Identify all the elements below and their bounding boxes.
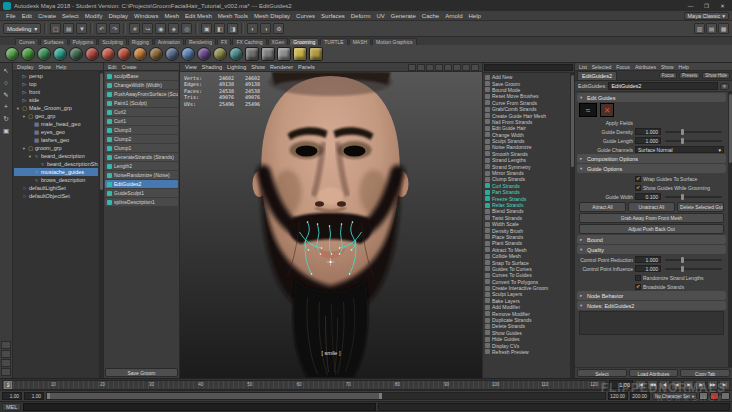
menu-surfaces[interactable]: Surfaces bbox=[318, 13, 348, 19]
grab-away-from-front-mesh-button[interactable]: Grab Away From Front Mesh bbox=[579, 213, 724, 223]
outliner-item-defaultobjectset[interactable]: ○defaultObjectSet bbox=[14, 192, 98, 200]
outliner-item-eyes-geo[interactable]: ▧eyes_geo bbox=[14, 128, 98, 136]
stack-item-generatestrands-strands[interactable]: GenerateStrands (Strands) bbox=[105, 153, 178, 161]
menu-edit-mesh[interactable]: Edit Mesh bbox=[182, 13, 215, 19]
shelf-tab-polygons[interactable]: Polygons bbox=[69, 38, 98, 45]
stack-item-sculptbase[interactable]: sculptBase bbox=[105, 72, 178, 80]
new-scene-icon[interactable]: ▢ bbox=[50, 23, 61, 34]
viewport-menu-shading[interactable]: Shading bbox=[200, 64, 224, 70]
stack-item-clump3[interactable]: Clump3 bbox=[105, 126, 178, 134]
groom-curl-brush-icon[interactable] bbox=[101, 47, 115, 61]
attr-value-field[interactable]: 0.100 bbox=[635, 193, 661, 200]
range-end-handle[interactable] bbox=[379, 393, 382, 399]
shelf-tab-rigging[interactable]: Rigging bbox=[128, 38, 153, 45]
playback-end-field[interactable]: 120.00 bbox=[608, 392, 628, 400]
shelf-tab-motion-graphics[interactable]: Motion Graphics bbox=[372, 38, 416, 45]
step-back-key-button[interactable]: ◀◀ bbox=[647, 380, 658, 390]
shelf-tab-fx[interactable]: FX bbox=[217, 38, 231, 45]
animation-start-field[interactable]: 1.00 bbox=[2, 392, 22, 400]
section-header-bound[interactable]: ▸Bound bbox=[577, 235, 726, 244]
menu-file[interactable]: File bbox=[3, 13, 19, 19]
scale-tool[interactable]: ▣ bbox=[1, 125, 12, 136]
lasso-tool[interactable]: ○ bbox=[1, 77, 12, 88]
stack-item-changewidth-width[interactable]: ChangeWidth (Width) bbox=[105, 81, 178, 89]
playback-start-field[interactable]: 1.00 bbox=[24, 392, 44, 400]
checkbox-wrap-guides-to-surface[interactable]: ✔ bbox=[635, 176, 641, 182]
range-slider-track[interactable] bbox=[46, 392, 606, 400]
outliner-item-side[interactable]: ▷side bbox=[14, 96, 98, 104]
shaded-icon[interactable] bbox=[417, 64, 425, 71]
section-header-guide-options[interactable]: ▾Guide Options bbox=[577, 164, 726, 173]
command-line-mode-button[interactable]: MEL bbox=[2, 403, 21, 411]
stack-item-clump1[interactable]: Clump1 bbox=[105, 144, 178, 152]
ae-show-hide-button[interactable]: Show Hide bbox=[702, 72, 730, 79]
section-header-quality[interactable]: ▾Quality bbox=[577, 245, 726, 254]
play-backwards-button[interactable]: ◀ bbox=[671, 380, 682, 390]
guide-preview-swatch[interactable] bbox=[579, 103, 597, 117]
ipr-render-icon[interactable]: ◑ bbox=[260, 23, 271, 34]
render-settings-icon[interactable]: ⚙ bbox=[273, 23, 284, 34]
undo-icon[interactable]: ↶ bbox=[96, 23, 107, 34]
outliner-item-brows-description[interactable]: ≈brows_description bbox=[14, 176, 98, 184]
outliner-item-lashes-geo[interactable]: ▧lashes_geo bbox=[14, 136, 98, 144]
menu-arnold[interactable]: Arnold bbox=[442, 13, 465, 19]
textured-icon[interactable] bbox=[426, 64, 434, 71]
ao-icon[interactable] bbox=[453, 64, 461, 71]
paint-select-tool[interactable]: ✎ bbox=[1, 89, 12, 100]
menu-generate[interactable]: Generate bbox=[388, 13, 419, 19]
go-to-end-button[interactable]: ▶| bbox=[719, 380, 730, 390]
ae-presets-button[interactable]: Presets bbox=[679, 72, 700, 79]
section-header-notes-editguides2[interactable]: ▾Notes: EditGuides2 bbox=[577, 301, 726, 310]
layout-outliner-pane[interactable] bbox=[1, 368, 11, 376]
outliner-item-male-groom-grp[interactable]: ▾▢Male_Groom_grp bbox=[14, 104, 98, 112]
time-slider-track[interactable]: 1 1102030405060708090100110120 bbox=[2, 380, 607, 390]
outliner-item-top[interactable]: ▷top bbox=[14, 80, 98, 88]
isolate-icon[interactable] bbox=[471, 64, 479, 71]
shadows-icon[interactable] bbox=[444, 64, 452, 71]
menu-curves[interactable]: Curves bbox=[293, 13, 318, 19]
groom-grab-brush-icon[interactable] bbox=[149, 47, 163, 61]
checkbox-broadside-strands[interactable]: ✔ bbox=[635, 284, 641, 290]
groom-width-brush-icon[interactable] bbox=[133, 47, 147, 61]
menu-mesh-tools[interactable]: Mesh Tools bbox=[215, 13, 251, 19]
menu-modify[interactable]: Modify bbox=[82, 13, 106, 19]
viewport-menu-lighting[interactable]: Lighting bbox=[225, 64, 248, 70]
menu-display[interactable]: Display bbox=[105, 13, 131, 19]
step-forward-key-button[interactable]: ▶▶ bbox=[707, 380, 718, 390]
minimize-button[interactable]: — bbox=[684, 1, 697, 10]
outliner-item-groom-grp[interactable]: ▾▢groom_grp bbox=[14, 144, 98, 152]
groom-noise-brush-icon[interactable] bbox=[69, 47, 83, 61]
menu-uv[interactable]: UV bbox=[373, 13, 387, 19]
convert-groom-icon[interactable] bbox=[261, 47, 275, 61]
layout-four-pane[interactable] bbox=[1, 350, 11, 358]
bake-groom-icon[interactable] bbox=[277, 47, 291, 61]
groom-clump-brush-icon[interactable] bbox=[85, 47, 99, 61]
groom-tool-refresh-preview[interactable]: Refresh Preview bbox=[484, 349, 569, 355]
attr-value-field[interactable]: 1.000 bbox=[635, 256, 661, 263]
notes-field[interactable] bbox=[579, 311, 724, 335]
range-start-handle[interactable] bbox=[47, 393, 50, 399]
go-to-start-button[interactable]: |◀ bbox=[635, 380, 646, 390]
save-scene-icon[interactable]: ▼ bbox=[76, 23, 87, 34]
shelf-tab-turtle[interactable]: TURTLE bbox=[320, 38, 347, 45]
stack-item-guidesculpt1[interactable]: GuideSculpt1 bbox=[105, 189, 178, 197]
menu-select[interactable]: Select bbox=[59, 13, 82, 19]
delete-guides-icon[interactable]: ✕ bbox=[600, 103, 614, 117]
toggle-tool-settings-icon[interactable]: ▤ bbox=[706, 23, 717, 34]
layout-split-pane[interactable] bbox=[1, 359, 11, 367]
tools-scrollbar[interactable] bbox=[570, 73, 574, 378]
menu-deform[interactable]: Deform bbox=[348, 13, 374, 19]
outliner-item-beard-descriptionshape[interactable]: ≈beard_descriptionShape bbox=[14, 160, 98, 168]
groom-length-brush-icon[interactable] bbox=[37, 47, 51, 61]
set-key-button[interactable] bbox=[699, 392, 708, 400]
stack-item-curl2[interactable]: Curl2 bbox=[105, 108, 178, 116]
stack-item-noiserandomize-noise[interactable]: NoiseRandomize (Noise) bbox=[105, 171, 178, 179]
stack-item-editguides2[interactable]: EditGuides2 bbox=[105, 180, 178, 188]
shelf-tab-sculpting[interactable]: Sculpting bbox=[98, 38, 127, 45]
attr-value-field[interactable]: 1.000 bbox=[635, 265, 661, 272]
menu-edit[interactable]: Edit bbox=[19, 13, 35, 19]
description-editor-icon[interactable] bbox=[309, 47, 323, 61]
menu-windows[interactable]: Windows bbox=[131, 13, 161, 19]
menu-cache[interactable]: Cache bbox=[419, 13, 442, 19]
groom-place-brush-icon[interactable] bbox=[165, 47, 179, 61]
